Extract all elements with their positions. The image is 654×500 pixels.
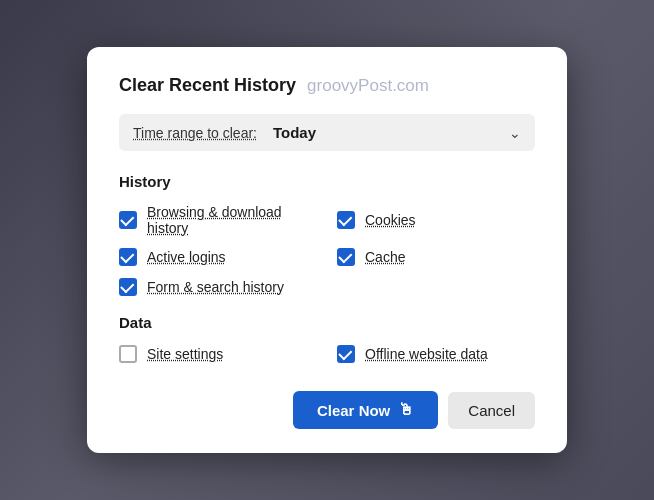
cursor-icon: 🖱	[398, 401, 414, 419]
checkbox-logins[interactable]: Active logins	[119, 248, 317, 266]
data-section: Data Site settings Offline website data	[119, 314, 535, 363]
data-checkboxes-grid: Site settings Offline website data	[119, 345, 535, 363]
chevron-down-icon: ⌄	[509, 125, 521, 141]
checkbox-offline-data-label: Offline website data	[365, 346, 488, 362]
history-section-title: History	[119, 173, 535, 190]
time-range-row: Time range to clear: Today ⌄	[119, 114, 535, 151]
title-text: Clear Recent History	[119, 75, 296, 95]
checkbox-site-settings-box[interactable]	[119, 345, 137, 363]
cancel-button[interactable]: Cancel	[448, 392, 535, 429]
checkbox-cookies[interactable]: Cookies	[337, 204, 535, 236]
checkbox-browsing-box[interactable]	[119, 211, 137, 229]
dialog-title: Clear Recent History groovyPost.com	[119, 75, 535, 96]
checkbox-cache[interactable]: Cache	[337, 248, 535, 266]
time-range-label: Time range to clear:	[133, 125, 257, 141]
history-checkboxes-grid: Browsing & download history Cookies Acti…	[119, 204, 535, 296]
checkbox-cache-label: Cache	[365, 249, 405, 265]
time-range-select[interactable]: Today ⌄	[273, 124, 521, 141]
buttons-row: Clear Now 🖱 Cancel	[119, 391, 535, 429]
checkbox-cache-box[interactable]	[337, 248, 355, 266]
time-range-value: Today	[273, 124, 316, 141]
clear-now-label: Clear Now	[317, 402, 390, 419]
clear-now-button[interactable]: Clear Now 🖱	[293, 391, 438, 429]
checkbox-site-settings-label: Site settings	[147, 346, 223, 362]
checkbox-form-search-label: Form & search history	[147, 279, 284, 295]
checkbox-offline-data[interactable]: Offline website data	[337, 345, 535, 363]
checkbox-form-search[interactable]: Form & search history	[119, 278, 535, 296]
data-section-title: Data	[119, 314, 535, 331]
checkbox-offline-data-box[interactable]	[337, 345, 355, 363]
checkbox-logins-box[interactable]	[119, 248, 137, 266]
watermark-text: groovyPost.com	[307, 76, 429, 95]
checkbox-cookies-box[interactable]	[337, 211, 355, 229]
checkbox-browsing-label: Browsing & download history	[147, 204, 317, 236]
checkbox-site-settings[interactable]: Site settings	[119, 345, 317, 363]
checkbox-cookies-label: Cookies	[365, 212, 416, 228]
checkbox-form-search-box[interactable]	[119, 278, 137, 296]
clear-history-dialog: Clear Recent History groovyPost.com Time…	[87, 47, 567, 453]
checkbox-logins-label: Active logins	[147, 249, 226, 265]
checkbox-browsing[interactable]: Browsing & download history	[119, 204, 317, 236]
